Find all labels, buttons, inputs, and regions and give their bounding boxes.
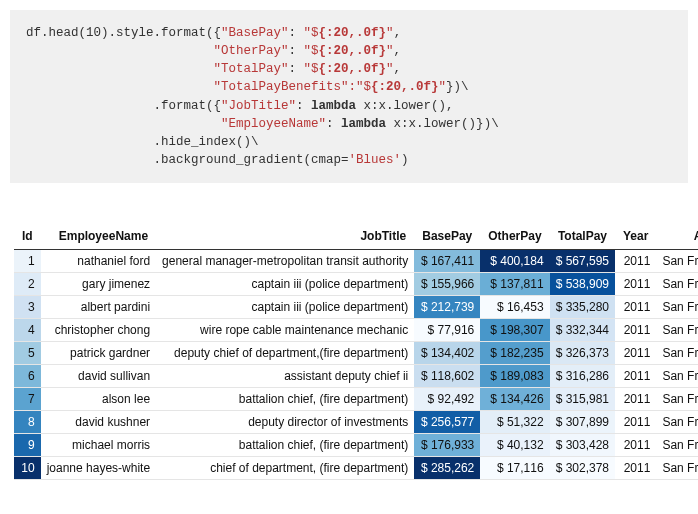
table-cell: wire rope cable maintenance mechanic: [156, 319, 414, 342]
table-cell: San Francisco: [656, 296, 698, 319]
table-cell: 5: [14, 342, 41, 365]
table-cell: 4: [14, 319, 41, 342]
table-cell: $ 335,280: [550, 296, 615, 319]
table-header-row: Id EmployeeName JobTitle BasePay OtherPa…: [14, 223, 698, 250]
table-cell: $ 302,378: [550, 457, 615, 480]
code-block: df.head(10).style.format({"BasePay": "${…: [10, 10, 688, 183]
table-row: 8david kushnerdeputy director of investm…: [14, 411, 698, 434]
table-cell: deputy director of investments: [156, 411, 414, 434]
table-cell: 6: [14, 365, 41, 388]
table-cell: 2011: [615, 250, 656, 273]
table-cell: 1: [14, 250, 41, 273]
col-jobtitle: JobTitle: [156, 223, 414, 250]
dataframe-table: Id EmployeeName JobTitle BasePay OtherPa…: [14, 223, 698, 480]
table-cell: $ 400,184: [480, 250, 549, 273]
table-cell: $ 182,235: [480, 342, 549, 365]
table-cell: 2011: [615, 296, 656, 319]
table-cell: chief of department, (fire department): [156, 457, 414, 480]
table-cell: joanne hayes-white: [41, 457, 156, 480]
table-cell: $ 307,899: [550, 411, 615, 434]
table-cell: $ 189,083: [480, 365, 549, 388]
table-row: 9michael morrisbattalion chief, (fire de…: [14, 434, 698, 457]
table-cell: $ 212,739: [414, 296, 480, 319]
col-basepay: BasePay: [414, 223, 480, 250]
table-cell: $ 176,933: [414, 434, 480, 457]
table-cell: San Francisco: [656, 319, 698, 342]
table-cell: $ 137,811: [480, 273, 549, 296]
table-cell: San Francisco: [656, 273, 698, 296]
table-cell: San Francisco: [656, 342, 698, 365]
table-cell: $ 303,428: [550, 434, 615, 457]
table-cell: deputy chief of department,(fire departm…: [156, 342, 414, 365]
table-cell: $ 315,981: [550, 388, 615, 411]
table-cell: San Francisco: [656, 388, 698, 411]
table-cell: $ 256,577: [414, 411, 480, 434]
table-cell: 2011: [615, 319, 656, 342]
table-cell: battalion chief, (fire department): [156, 388, 414, 411]
table-row: 10joanne hayes-whitechief of department,…: [14, 457, 698, 480]
table-cell: david kushner: [41, 411, 156, 434]
table-cell: battalion chief, (fire department): [156, 434, 414, 457]
table-cell: $ 134,426: [480, 388, 549, 411]
table-cell: $ 155,966: [414, 273, 480, 296]
table-cell: 10: [14, 457, 41, 480]
table-cell: 7: [14, 388, 41, 411]
table-cell: $ 567,595: [550, 250, 615, 273]
table-cell: gary jimenez: [41, 273, 156, 296]
table-cell: San Francisco: [656, 411, 698, 434]
table-cell: 9: [14, 434, 41, 457]
col-totalpay: TotalPay: [550, 223, 615, 250]
table-cell: patrick gardner: [41, 342, 156, 365]
table-row: 5patrick gardnerdeputy chief of departme…: [14, 342, 698, 365]
table-cell: $ 285,262: [414, 457, 480, 480]
col-year: Year: [615, 223, 656, 250]
table-cell: michael morris: [41, 434, 156, 457]
table-cell: 3: [14, 296, 41, 319]
table-cell: $ 167,411: [414, 250, 480, 273]
table-cell: 2011: [615, 434, 656, 457]
table-cell: david sullivan: [41, 365, 156, 388]
table-row: 2gary jimenezcaptain iii (police departm…: [14, 273, 698, 296]
table-cell: captain iii (police department): [156, 273, 414, 296]
table-cell: christopher chong: [41, 319, 156, 342]
col-otherpay: OtherPay: [480, 223, 549, 250]
table-cell: $ 332,344: [550, 319, 615, 342]
col-agency: Agency: [656, 223, 698, 250]
table-cell: San Francisco: [656, 250, 698, 273]
table-cell: 2011: [615, 457, 656, 480]
col-employee: EmployeeName: [41, 223, 156, 250]
table-cell: albert pardini: [41, 296, 156, 319]
table-cell: nathaniel ford: [41, 250, 156, 273]
col-id: Id: [14, 223, 41, 250]
table-cell: assistant deputy chief ii: [156, 365, 414, 388]
table-row: 4christopher chongwire rope cable mainte…: [14, 319, 698, 342]
table-cell: $ 40,132: [480, 434, 549, 457]
table-cell: captain iii (police department): [156, 296, 414, 319]
table-cell: $ 16,453: [480, 296, 549, 319]
table-cell: $ 326,373: [550, 342, 615, 365]
table-cell: $ 316,286: [550, 365, 615, 388]
table-cell: $ 77,916: [414, 319, 480, 342]
table-cell: 2011: [615, 388, 656, 411]
table-cell: San Francisco: [656, 457, 698, 480]
table-row: 7alson leebattalion chief, (fire departm…: [14, 388, 698, 411]
table-cell: San Francisco: [656, 434, 698, 457]
table-cell: 2011: [615, 411, 656, 434]
table-cell: 2011: [615, 365, 656, 388]
table-cell: 2011: [615, 342, 656, 365]
table-cell: general manager-metropolitan transit aut…: [156, 250, 414, 273]
table-cell: 2011: [615, 273, 656, 296]
table-cell: $ 538,909: [550, 273, 615, 296]
table-cell: alson lee: [41, 388, 156, 411]
table-row: 3albert pardinicaptain iii (police depar…: [14, 296, 698, 319]
table-cell: San Francisco: [656, 365, 698, 388]
table-cell: $ 118,602: [414, 365, 480, 388]
table-cell: 8: [14, 411, 41, 434]
table-cell: $ 17,116: [480, 457, 549, 480]
table-cell: 2: [14, 273, 41, 296]
table-cell: $ 92,492: [414, 388, 480, 411]
table-row: 1nathaniel fordgeneral manager-metropoli…: [14, 250, 698, 273]
table-cell: $ 51,322: [480, 411, 549, 434]
table-cell: $ 134,402: [414, 342, 480, 365]
table-row: 6david sullivanassistant deputy chief ii…: [14, 365, 698, 388]
